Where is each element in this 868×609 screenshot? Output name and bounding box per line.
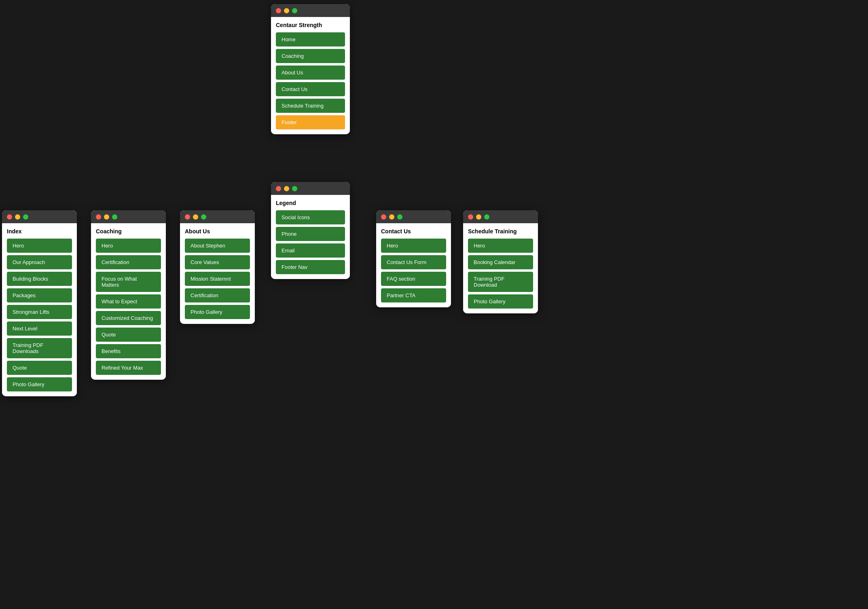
about-photo-gallery[interactable]: Photo Gallery [185,305,250,319]
nav-coaching[interactable]: Coaching [276,49,345,63]
minimize-icon[interactable] [476,214,481,220]
close-icon[interactable] [96,214,101,220]
legend-email[interactable]: Email [276,243,345,258]
nav-contact-us[interactable]: Contact Us [276,82,345,96]
minimize-icon[interactable] [104,214,109,220]
coaching-hero[interactable]: Hero [96,239,161,253]
coaching-focus[interactable]: Focus on What Matters [96,272,161,292]
index-strongman-lifts[interactable]: Strongman Lifts [7,305,72,319]
about-mission[interactable]: Mission Statemnt [185,272,250,286]
about-us-window: About Us About Stephen Core Values Missi… [180,210,255,324]
contact-us-window: Contact Us Hero Contact Us Form FAQ sect… [376,210,451,307]
schedule-photo-gallery[interactable]: Photo Gallery [468,294,533,309]
legend-title: Legend [276,200,345,206]
close-icon[interactable] [276,186,281,191]
nav-footer[interactable]: Footer [276,115,345,129]
minimize-icon[interactable] [284,8,289,13]
schedule-booking-calendar[interactable]: Booking Calendar [468,255,533,269]
legend-phone[interactable]: Phone [276,227,345,241]
index-window: Index Hero Our Approach Building Blocks … [2,210,77,396]
main-nav-window: Centaur Strength Home Coaching About Us … [271,4,350,134]
titlebar-legend [271,182,350,195]
index-quote[interactable]: Quote [7,361,72,375]
index-training-pdf[interactable]: Training PDF Downloads [7,338,72,358]
coaching-customized[interactable]: Customized Coaching [96,311,161,325]
titlebar-main [271,4,350,17]
titlebar-about [180,210,255,223]
close-icon[interactable] [381,214,386,220]
schedule-title: Schedule Training [468,228,533,235]
index-building-blocks[interactable]: Building Blocks [7,272,72,286]
index-hero[interactable]: Hero [7,239,72,253]
close-icon[interactable] [7,214,12,220]
maximize-icon[interactable] [201,214,206,220]
index-packages[interactable]: Packages [7,288,72,302]
legend-window: Legend Social Icons Phone Email Footer N… [271,182,350,279]
close-icon[interactable] [468,214,473,220]
maximize-icon[interactable] [112,214,117,220]
index-our-approach[interactable]: Our Approach [7,255,72,269]
about-core-values[interactable]: Core Values [185,255,250,269]
schedule-training-pdf[interactable]: Training PDF Download [468,272,533,292]
index-photo-gallery[interactable]: Photo Gallery [7,377,72,391]
schedule-hero[interactable]: Hero [468,239,533,253]
coaching-what-to-expect[interactable]: What to Expect [96,294,161,309]
minimize-icon[interactable] [15,214,20,220]
about-stephen[interactable]: About Stephen [185,239,250,253]
index-title: Index [7,228,72,235]
nav-about-us[interactable]: About Us [276,66,345,80]
minimize-icon[interactable] [284,186,289,191]
titlebar-index [2,210,77,223]
close-icon[interactable] [185,214,190,220]
maximize-icon[interactable] [397,214,402,220]
coaching-quote[interactable]: Quote [96,328,161,342]
contact-faq[interactable]: FAQ section [381,272,446,286]
titlebar-coaching [91,210,166,223]
about-title: About Us [185,228,250,235]
contact-form[interactable]: Contact Us Form [381,255,446,269]
legend-social-icons[interactable]: Social Icons [276,210,345,224]
coaching-certification[interactable]: Certification [96,255,161,269]
coaching-title: Coaching [96,228,161,235]
schedule-training-window: Schedule Training Hero Booking Calendar … [463,210,538,313]
titlebar-contact [376,210,451,223]
minimize-icon[interactable] [389,214,394,220]
titlebar-schedule [463,210,538,223]
maximize-icon[interactable] [292,8,297,13]
contact-hero[interactable]: Hero [381,239,446,253]
nav-schedule-training[interactable]: Schedule Training [276,99,345,113]
coaching-window: Coaching Hero Certification Focus on Wha… [91,210,166,380]
maximize-icon[interactable] [292,186,297,191]
nav-home[interactable]: Home [276,32,345,47]
legend-footer-nav[interactable]: Footer Nav [276,260,345,274]
about-certification[interactable]: Certification [185,288,250,302]
contact-partner-cta[interactable]: Partner CTA [381,288,446,302]
main-nav-title: Centaur Strength [276,22,345,28]
minimize-icon[interactable] [193,214,198,220]
coaching-refined-max[interactable]: Refined Your Max [96,361,161,375]
coaching-benefits[interactable]: Benefits [96,344,161,358]
close-icon[interactable] [276,8,281,13]
contact-title: Contact Us [381,228,446,235]
maximize-icon[interactable] [23,214,28,220]
index-next-level[interactable]: Next Level [7,321,72,336]
maximize-icon[interactable] [484,214,489,220]
